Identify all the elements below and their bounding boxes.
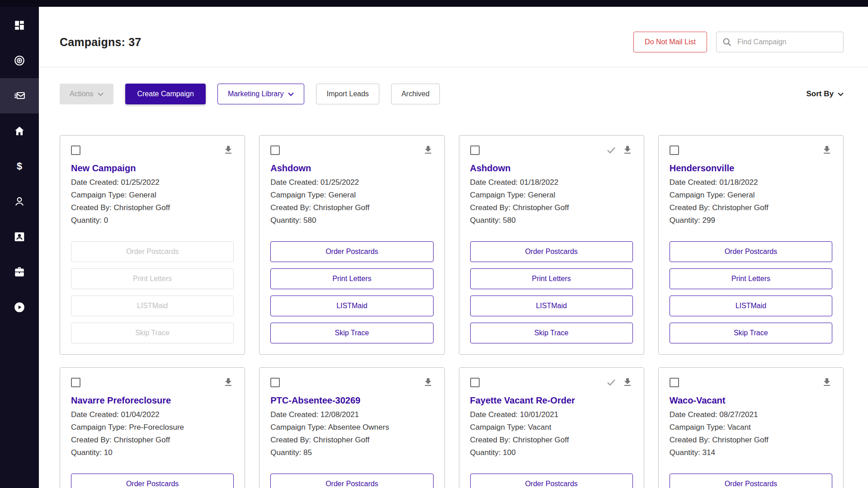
card-header-icons [223,377,234,388]
sidebar-item-media[interactable] [0,290,39,325]
campaign-detail: Date Created: 10/01/2021 [470,408,633,421]
order-postcards-button[interactable]: Order Postcards [670,474,832,488]
card-checkbox[interactable] [270,145,280,155]
campaign-actions: Order PostcardsPrint LettersLISTMaidSkip… [71,241,234,343]
print-letters-button[interactable]: Print Letters [270,268,433,289]
card-checkbox[interactable] [71,145,80,155]
download-icon[interactable] [622,145,633,155]
campaign-detail: Quantity: 580 [470,214,633,227]
sidebar-item-billing[interactable]: $ [0,149,39,184]
campaign-title[interactable]: Hendersonville [670,163,832,174]
order-postcards-button[interactable]: Order Postcards [470,474,633,488]
card-header-icons [423,145,434,155]
import-leads-button[interactable]: Import Leads [316,84,379,104]
campaign-title[interactable]: PTC-Absentee-30269 [270,395,433,406]
campaign-title[interactable]: Ashdown [270,163,433,174]
campaign-details: Date Created: 10/01/2021Campaign Type: V… [470,408,633,459]
sidebar-item-tools[interactable] [0,254,39,290]
campaign-title[interactable]: Waco-Vacant [670,395,832,406]
download-icon[interactable] [821,145,832,155]
campaign-card: New Campaign Date Created: 01/25/2022Cam… [60,135,245,355]
card-checkbox[interactable] [670,378,679,387]
download-icon[interactable] [622,377,633,388]
campaign-actions: Order PostcardsPrint LettersLISTMaidSkip… [470,241,633,343]
card-checkbox[interactable] [470,145,480,155]
target-icon [14,55,25,66]
order-postcards-button[interactable]: Order Postcards [270,241,433,262]
contact-card-icon [14,231,25,243]
campaign-card: Waco-Vacant Date Created: 08/27/2021Camp… [658,367,844,488]
download-icon[interactable] [423,145,434,155]
sort-by-button[interactable]: Sort By [807,89,844,99]
card-checkbox[interactable] [670,145,679,155]
campaign-title[interactable]: Fayette Vacant Re-Order [470,395,633,406]
campaign-detail: Quantity: 100 [470,446,633,459]
card-header-icons [606,377,633,388]
campaign-details: Date Created: 01/25/2022Campaign Type: G… [270,176,433,227]
campaign-detail: Created By: Christopher Goff [470,434,633,446]
sidebar-item-contacts[interactable] [0,219,39,254]
actions-button[interactable]: Actions [60,84,113,104]
marketing-library-button[interactable]: Marketing Library [217,84,305,104]
campaign-detail: Date Created: 01/04/2022 [71,408,234,421]
card-header [270,377,433,388]
download-icon[interactable] [223,377,234,388]
check-icon [606,145,617,155]
sidebar-item-campaigns[interactable] [0,78,39,113]
briefcase-icon [14,266,25,278]
card-header-icons [821,377,832,388]
card-checkbox[interactable] [470,378,480,387]
campaign-title[interactable]: Ashdown [470,163,633,174]
campaign-card: Navarre Preforeclosure Date Created: 01/… [60,367,245,488]
create-campaign-button[interactable]: Create Campaign [125,84,205,104]
sidebar-item-home[interactable] [0,113,39,149]
campaign-detail: Campaign Type: Absentee Owners [270,421,433,434]
sidebar-item-dashboard[interactable] [0,8,39,43]
download-icon[interactable] [223,145,234,155]
campaign-grid: New Campaign Date Created: 01/25/2022Cam… [60,135,844,488]
listmaid-button[interactable]: LISTMaid [470,296,633,316]
download-icon[interactable] [423,377,434,388]
chevron-down-icon [288,92,294,96]
card-checkbox[interactable] [71,378,80,387]
order-postcards-button[interactable]: Order Postcards [470,241,633,262]
skip-trace-button[interactable]: Skip Trace [670,323,832,343]
order-postcards-button[interactable]: Order Postcards [71,474,234,488]
card-header [470,377,633,388]
print-letters-button[interactable]: Print Letters [670,268,832,289]
do-not-mail-list-button[interactable]: Do Not Mail List [633,32,707,52]
sort-by-label: Sort By [807,89,834,99]
campaign-detail: Campaign Type: General [71,189,234,202]
campaign-detail: Date Created: 01/18/2022 [470,176,633,189]
archived-button[interactable]: Archived [391,84,440,104]
campaign-actions: Order PostcardsPrint LettersLISTMaidSkip… [670,474,832,488]
campaign-title[interactable]: Navarre Preforeclosure [71,395,234,406]
listmaid-button[interactable]: LISTMaid [670,296,832,316]
campaign-search-input[interactable] [716,32,844,52]
order-postcards-button[interactable]: Order Postcards [270,474,433,488]
search-icon [722,37,732,47]
sidebar-item-account[interactable] [0,184,39,219]
page-header: Campaigns: 37 Do Not Mail List [60,32,844,52]
print-letters-button: Print Letters [71,268,234,289]
campaign-detail: Quantity: 0 [71,214,234,227]
campaign-detail: Date Created: 08/27/2021 [670,408,832,421]
campaign-card: Ashdown Date Created: 01/25/2022Campaign… [259,135,444,355]
campaign-detail: Date Created: 01/25/2022 [71,176,234,189]
campaign-detail: Campaign Type: Pre-Foreclosure [71,421,234,434]
chevron-down-icon [838,92,844,96]
home-icon [14,125,25,137]
skip-trace-button[interactable]: Skip Trace [270,323,433,343]
campaign-detail: Campaign Type: General [670,189,832,202]
campaign-title[interactable]: New Campaign [71,163,234,174]
dollar-icon: $ [14,160,25,172]
order-postcards-button[interactable]: Order Postcards [670,241,832,262]
sidebar-item-targets[interactable] [0,43,39,78]
campaign-details: Date Created: 01/25/2022Campaign Type: G… [71,176,234,227]
card-header [470,145,633,155]
download-icon[interactable] [821,377,832,388]
listmaid-button[interactable]: LISTMaid [270,296,433,316]
print-letters-button[interactable]: Print Letters [470,268,633,289]
card-checkbox[interactable] [270,378,280,387]
skip-trace-button[interactable]: Skip Trace [470,323,633,343]
